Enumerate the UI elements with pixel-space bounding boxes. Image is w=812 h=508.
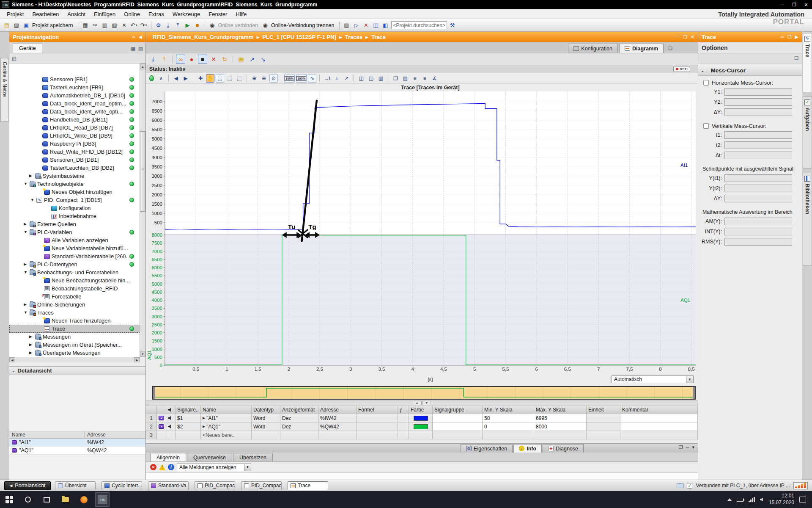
field-input-y[interactable] (724, 195, 792, 202)
scroll-up-icon[interactable]: ▲ (140, 64, 145, 69)
tree-item-automatikbetrieb-db-1-db10-[interactable]: Automatikbetrieb_DB_1 [DB10] (9, 91, 140, 99)
tree-item-read-write-rfid-db-db12-[interactable]: Read_Write_RFID_DB [DB12] (9, 148, 140, 156)
field-input-inty[interactable] (724, 228, 792, 235)
tree-item-taster-leuchten-fb9-[interactable]: Taster/Leuchten [FB9] (9, 83, 140, 91)
pan-hand-icon[interactable]: ✋ (206, 74, 214, 83)
tree-item-neue-variablentabelle-hinzufü-[interactable]: Neue Variablentabelle hinzufü... (9, 244, 140, 252)
compile-icon[interactable]: ⚙ (154, 21, 163, 30)
warning-filter-icon[interactable]: ! (159, 464, 165, 470)
expand-options-icon[interactable]: ▶ (795, 34, 798, 40)
split-horizontal-icon[interactable]: ▥ (376, 74, 385, 83)
copy-icon[interactable]: ▥ (101, 21, 109, 30)
cross-reference-icon[interactable]: ✕ (362, 21, 370, 30)
project-search-input[interactable] (391, 21, 447, 29)
portal-view-button[interactable]: ◀ Portalansicht (4, 481, 51, 490)
cut-icon[interactable]: ✂ (91, 21, 99, 30)
tree-item-data-block-ident-write-opti-[interactable]: Data_block_ident_write_opti... (9, 108, 140, 116)
tree-item-alle-variablen-anzeigen[interactable]: Alle Variablen anzeigen (9, 236, 140, 244)
import-measurement-icon[interactable]: ↘ (258, 55, 268, 64)
align-top-icon[interactable]: ≡ (411, 74, 419, 83)
menu-bearbeiten[interactable]: Bearbeiten (28, 10, 63, 18)
time-alignment-icon[interactable]: →t (323, 74, 331, 83)
splitter-down-icon[interactable]: ▼ (422, 401, 431, 405)
tree-item-beobachtungs-und-forcetabellen[interactable]: ▼Beobachtungs- und Forcetabellen (9, 268, 140, 276)
tree-item-messungen[interactable]: ▶Messungen (9, 333, 140, 341)
tree-item-neue-beobachtungstabelle-hin-[interactable]: Neue Beobachtungstabelle hin... (9, 276, 140, 284)
field-input-amy[interactable] (724, 218, 792, 225)
message-filter-dropdown[interactable]: Alle Meldungen anzeigen ▼ (177, 464, 251, 471)
scale-y-100-icon[interactable]: 100% (284, 74, 295, 83)
taskbar-item-trace[interactable]: Trace (288, 481, 328, 490)
taskbar-item--bersicht[interactable]: Übersicht (55, 481, 96, 490)
redo-icon[interactable]: ↷▾ (140, 21, 148, 30)
tree-item-raspberry-pi-db3-[interactable]: Raspberry Pi [DB3] (9, 140, 140, 148)
close-editor-icon[interactable]: ✕ (691, 34, 694, 40)
notification-center-icon[interactable] (799, 497, 806, 502)
zoom-value-icon[interactable]: ⬚ (235, 74, 244, 83)
create-measurement-icon[interactable]: ▤ (236, 55, 246, 64)
fit-view-icon[interactable]: ∿ (308, 74, 316, 83)
delete-icon[interactable]: ✕ (120, 21, 129, 30)
paste-icon[interactable]: ▧ (110, 21, 119, 30)
signal-table-new-row[interactable]: 3<Neues bere.. (146, 431, 698, 439)
collapse-icon[interactable]: ▼ (24, 182, 27, 186)
tab-eigenschaften[interactable]: ⚙Eigenschaften (461, 444, 513, 453)
export-view-icon[interactable]: ↗ (342, 74, 351, 83)
tree-horizontal-scrollbar[interactable]: ◀ ▶ (9, 357, 140, 362)
stop-trace-icon[interactable]: ■ (198, 55, 207, 64)
signal-row-$2[interactable]: 2◂$2▶"AQ1"WordDez%QW4208000 (146, 422, 698, 431)
tree-item-systembausteine[interactable]: ▶Systembausteine (9, 172, 140, 180)
side-tab-aufgaben[interactable]: Aufgaben (803, 97, 812, 168)
tree-item-standard-variablentabelle-260-[interactable]: Standard-Variablentabelle [260... (9, 252, 140, 260)
collapse-icon[interactable]: ▼ (24, 270, 27, 274)
dock-icon[interactable]: ▫▫ (132, 34, 135, 40)
nav-forward-icon[interactable]: ▶ (181, 74, 190, 83)
expand-icon[interactable]: ▶ (29, 334, 32, 339)
tree-item-neues-objekt-hinzufügen[interactable]: Neues Objekt hinzufügen (9, 188, 140, 196)
float-editor-icon[interactable]: ❏ (668, 46, 672, 51)
print-icon[interactable]: ▦ (81, 21, 90, 30)
subtab-übersetzen[interactable]: Übersetzen (233, 453, 273, 461)
field-input-t[interactable] (724, 152, 792, 159)
tree-item-sensoren-db-db1-[interactable]: Sensoren_DB [DB1] (9, 156, 140, 164)
legend-toggle-icon[interactable]: ▤ (401, 74, 409, 83)
split-editor-vertical-icon[interactable]: ◧ (381, 21, 390, 30)
menu-extras[interactable]: Extras (144, 10, 168, 18)
signal-color-swatch[interactable] (414, 424, 428, 429)
breadcrumb-item[interactable]: Trace (371, 34, 386, 40)
checkbox[interactable] (703, 80, 709, 86)
breadcrumb-item[interactable]: RFID_Siemens_Kurs_Grundprogramm (153, 34, 253, 40)
collapse-icon[interactable]: ▼ (24, 310, 27, 315)
zoom-area-icon[interactable]: ⬚ (216, 74, 224, 83)
search-icon[interactable] (19, 491, 37, 508)
accessible-devices-icon[interactable]: ▥ (343, 21, 351, 30)
dropdown-arrow-icon[interactable]: ▼ (686, 376, 693, 383)
tree-item-taster-leuchten-db-db2-[interactable]: Taster/Leuchten_DB [DB2] (9, 164, 140, 172)
collapse-left-icon[interactable]: ◀ (139, 34, 142, 40)
collapse-panel-icon[interactable]: ∧ (157, 74, 165, 83)
taskbar-item-pid-compac-[interactable]: PID_Compac... (195, 481, 235, 490)
float-options-icon[interactable]: ❐ (787, 34, 792, 40)
scale-x-100-icon[interactable]: 100% (296, 74, 307, 83)
tree-vertical-scrollbar[interactable]: ▲ ▼ (140, 64, 145, 357)
field-input-t2[interactable] (724, 141, 792, 149)
undo-icon[interactable]: ↶▾ (130, 21, 138, 30)
tree-item-inbetriebnahme[interactable]: Inbetriebnahme (9, 212, 140, 220)
side-tab-trace[interactable]: Trace (803, 33, 812, 92)
menu-projekt[interactable]: Projekt (3, 10, 28, 18)
collapse-icon[interactable]: ▼ (24, 230, 27, 234)
align-bottom-icon[interactable]: ≡ (420, 74, 429, 83)
project-library-icon[interactable]: ⚒ (448, 21, 457, 30)
zoom-time-icon[interactable]: ⬚ (225, 74, 234, 83)
time-shift-icon[interactable]: ± (332, 74, 341, 83)
deactivate-trace-icon[interactable]: ✕ (209, 55, 218, 64)
start-button[interactable] (0, 491, 19, 508)
tree-item-online-sicherungen[interactable]: ▶Online-Sicherungen (9, 301, 140, 309)
task-view-icon[interactable] (37, 491, 56, 508)
expand-icon[interactable]: ▶ (29, 174, 32, 178)
menu-einfügen[interactable]: Einfügen (90, 10, 120, 18)
expand-icon[interactable]: ▶ (24, 222, 27, 226)
info-filter-icon[interactable]: i (168, 464, 174, 470)
tree-item-konfiguration[interactable]: Konfiguration (9, 204, 140, 212)
online-disconnect-label[interactable]: Online-Verbindung trennen (271, 22, 334, 28)
